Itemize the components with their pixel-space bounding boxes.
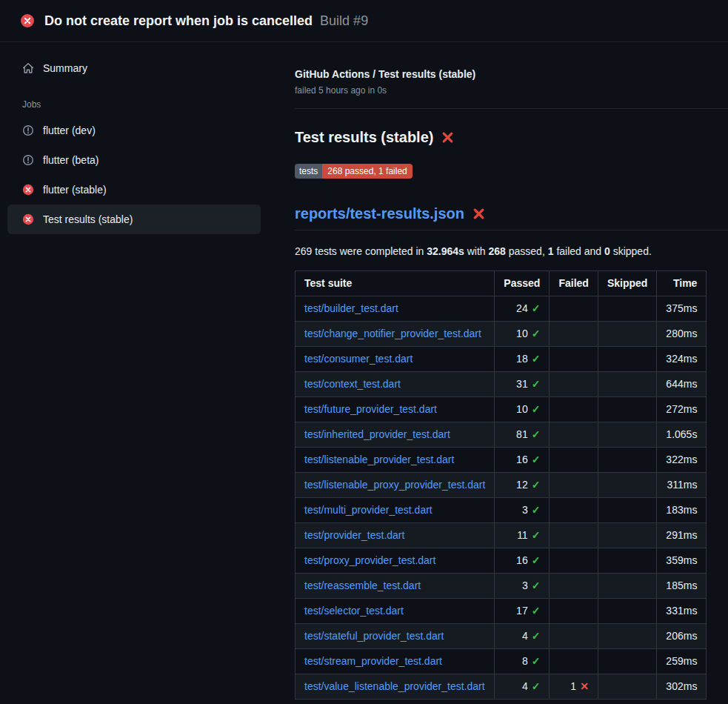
time-cell: 359ms	[657, 548, 707, 574]
suite-cell: test/context_test.dart	[295, 372, 495, 397]
failed-cell	[550, 574, 598, 599]
cross-icon: ✕	[580, 680, 589, 692]
table-row: test/multi_provider_test.dart3✓183ms	[295, 498, 707, 523]
sidebar-item-flutter-beta[interactable]: flutter (beta)	[7, 145, 261, 175]
test-suite-link[interactable]: test/consumer_test.dart	[304, 353, 413, 365]
passed-cell: 8✓	[495, 649, 550, 674]
time-cell: 280ms	[657, 322, 707, 347]
table-row: test/future_provider_test.dart10✓272ms	[295, 397, 707, 422]
check-icon: ✓	[532, 655, 541, 667]
passed-cell: 11✓	[495, 523, 550, 548]
table-row: test/stateful_provider_test.dart4✓206ms	[295, 624, 707, 649]
sidebar-item-label: flutter (dev)	[43, 124, 96, 136]
passed-cell: 10✓	[495, 322, 550, 347]
passed-cell: 12✓	[495, 473, 550, 498]
failed-cell	[550, 397, 598, 422]
passed-cell: 31✓	[495, 372, 550, 397]
stat-value: 16	[516, 554, 528, 566]
sidebar-item-label: Test results (stable)	[43, 213, 133, 225]
time-cell: 324ms	[657, 347, 707, 372]
suite-cell: test/consumer_test.dart	[295, 347, 495, 372]
stat-value: 4	[522, 630, 528, 642]
column-header-skipped: Skipped	[598, 271, 656, 296]
sidebar-item-flutter-stable[interactable]: flutter (stable)	[7, 175, 261, 205]
sidebar-item-label: flutter (stable)	[43, 184, 107, 196]
test-suite-link[interactable]: test/change_notifier_provider_test.dart	[304, 328, 481, 339]
skipped-cell	[598, 498, 656, 523]
workflow-run-page: Do not create report when job is cancell…	[0, 0, 728, 700]
failed-cell	[550, 448, 598, 473]
check-icon: ✓	[532, 605, 541, 617]
test-suite-link[interactable]: test/multi_provider_test.dart	[304, 504, 433, 516]
skipped-cell	[598, 473, 656, 498]
jobs-section-heading: Jobs	[22, 99, 261, 110]
table-header-row: Test suite Passed Failed Skipped Time	[295, 271, 707, 296]
test-suite-link[interactable]: test/context_test.dart	[304, 378, 401, 390]
failed-x-icon	[472, 207, 485, 220]
check-icon: ✓	[532, 580, 541, 591]
table-row: test/consumer_test.dart18✓324ms	[295, 347, 707, 372]
check-icon: ✓	[532, 353, 541, 365]
test-suite-link[interactable]: test/reassemble_test.dart	[304, 580, 421, 591]
page-layout: Summary Jobs flutter (dev) flutter (beta…	[0, 42, 728, 700]
time-cell: 291ms	[657, 523, 707, 548]
table-row: test/listenable_proxy_provider_test.dart…	[295, 473, 707, 498]
time-cell: 331ms	[657, 599, 707, 624]
passed-cell: 81✓	[495, 422, 550, 448]
skipped-cell	[598, 674, 656, 700]
summary-mid3: failed and	[554, 245, 605, 257]
test-suite-link[interactable]: test/inherited_provider_test.dart	[304, 428, 450, 440]
test-suite-link[interactable]: test/builder_test.dart	[304, 302, 398, 314]
test-suite-link[interactable]: test/listenable_proxy_provider_test.dart	[304, 479, 485, 491]
check-icon: ✓	[532, 554, 541, 566]
table-header: Test suite Passed Failed Skipped Time	[295, 271, 707, 296]
skipped-cell	[598, 296, 656, 322]
test-suite-link[interactable]: test/proxy_provider_test.dart	[304, 554, 435, 566]
skipped-cell	[598, 574, 656, 599]
check-icon: ✓	[532, 479, 541, 491]
report-heading: reports/test-results.json	[295, 205, 728, 230]
failed-cell	[550, 473, 598, 498]
home-icon	[22, 62, 34, 74]
run-header: Do not create report when job is cancell…	[0, 0, 728, 42]
test-suite-link[interactable]: test/future_provider_test.dart	[304, 403, 437, 415]
check-icon: ✓	[532, 302, 541, 314]
run-status-line: failed 5 hours ago in 0s	[295, 85, 704, 96]
test-suite-link[interactable]: test/stateful_provider_test.dart	[304, 630, 444, 642]
sidebar-item-test-results-stable[interactable]: Test results (stable)	[7, 205, 261, 234]
report-link[interactable]: reports/test-results.json	[295, 205, 464, 222]
stat-value: 3	[522, 580, 528, 591]
failed-cell	[550, 624, 598, 649]
stat-value: 11	[517, 529, 528, 541]
sidebar-item-flutter-dev[interactable]: flutter (dev)	[7, 116, 261, 145]
stat-value: 12	[516, 479, 528, 491]
test-suite-link[interactable]: test/value_listenable_provider_test.dart	[304, 680, 485, 692]
test-suite-link[interactable]: test/listenable_provider_test.dart	[304, 454, 454, 465]
test-table-body: test/builder_test.dart24✓375mstest/chang…	[295, 296, 707, 700]
passed-cell: 24✓	[495, 296, 550, 322]
failed-circle-icon	[22, 184, 34, 196]
test-suite-link[interactable]: test/stream_provider_test.dart	[304, 655, 442, 667]
failed-cell	[550, 649, 598, 674]
test-suite-link[interactable]: test/selector_test.dart	[304, 605, 404, 617]
sidebar-item-summary[interactable]: Summary	[7, 53, 261, 83]
sidebar-item-label: flutter (beta)	[43, 154, 98, 166]
skipped-cell	[598, 624, 656, 649]
test-suite-link[interactable]: test/provider_test.dart	[304, 529, 404, 541]
summary-prefix: 269 tests were completed in	[295, 245, 427, 257]
suite-cell: test/stateful_provider_test.dart	[295, 624, 495, 649]
job-details: GitHub Actions / Test results (stable) f…	[289, 42, 728, 700]
failed-cell	[550, 599, 598, 624]
suite-cell: test/builder_test.dart	[295, 296, 495, 322]
failed-cell	[550, 347, 598, 372]
neutral-status-icon	[22, 154, 34, 166]
check-icon: ✓	[532, 680, 541, 692]
table-row: test/reassemble_test.dart3✓185ms	[295, 574, 707, 599]
passed-cell: 10✓	[495, 397, 550, 422]
stat-value: 31	[516, 378, 528, 390]
table-row: test/value_listenable_provider_test.dart…	[295, 674, 707, 700]
stat-value: 18	[516, 353, 528, 365]
build-number: Build #9	[320, 13, 368, 29]
column-header-test-suite: Test suite	[295, 271, 495, 296]
skipped-cell	[598, 372, 656, 397]
